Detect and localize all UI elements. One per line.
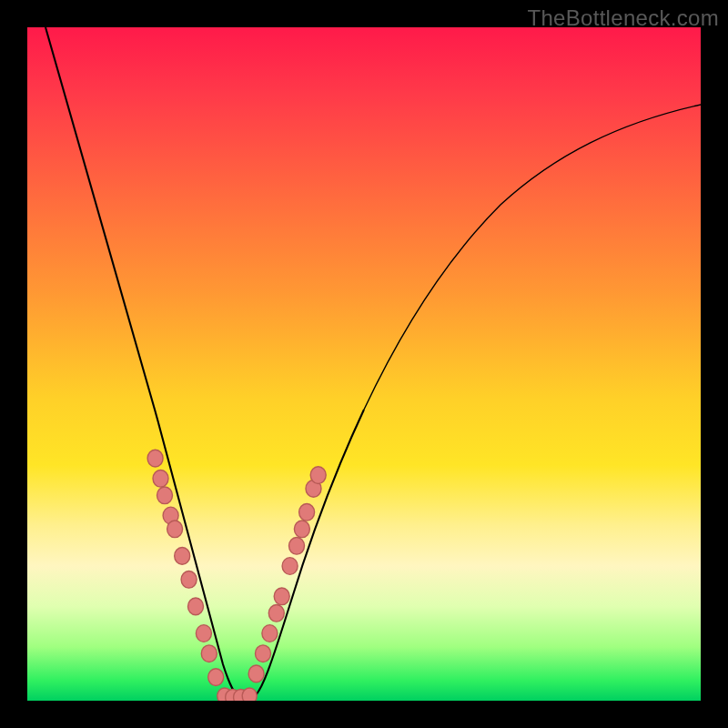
plot-area xyxy=(27,27,701,701)
data-point xyxy=(181,571,197,588)
data-point xyxy=(157,487,173,504)
data-point xyxy=(188,598,204,615)
data-point xyxy=(299,503,315,521)
data-point xyxy=(242,688,257,701)
data-point xyxy=(274,588,289,605)
data-point xyxy=(167,521,183,538)
curve-right-upper xyxy=(364,105,701,410)
data-point xyxy=(248,665,264,682)
data-point xyxy=(294,521,309,538)
data-point xyxy=(268,604,284,622)
data-point xyxy=(310,467,326,484)
data-point xyxy=(208,669,224,686)
watermark-text: TheBottleneck.com xyxy=(527,5,719,31)
data-point xyxy=(153,470,168,487)
data-point xyxy=(282,558,298,575)
curve-left xyxy=(46,27,241,698)
data-point xyxy=(262,625,278,642)
data-point xyxy=(175,548,190,565)
data-point xyxy=(201,645,217,662)
data-point xyxy=(289,537,305,554)
data-point xyxy=(196,625,211,642)
data-point xyxy=(256,645,271,662)
outer-frame: TheBottleneck.com xyxy=(0,0,728,728)
curve-svg xyxy=(27,27,701,701)
data-point xyxy=(147,450,163,467)
